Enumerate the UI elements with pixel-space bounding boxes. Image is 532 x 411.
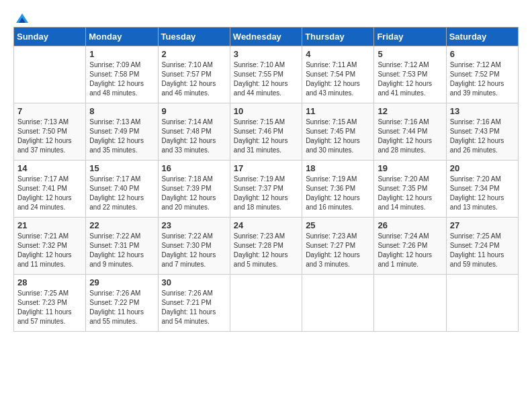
day-number: 14 bbox=[17, 163, 82, 173]
day-number: 29 bbox=[89, 277, 154, 287]
calendar-week-row: 14Sunrise: 7:17 AM Sunset: 7:41 PM Dayli… bbox=[14, 161, 519, 218]
calendar-week-row: 7Sunrise: 7:13 AM Sunset: 7:50 PM Daylig… bbox=[14, 103, 519, 161]
day-info: Sunrise: 7:26 AM Sunset: 7:22 PM Dayligh… bbox=[89, 289, 154, 326]
day-info: Sunrise: 7:12 AM Sunset: 7:52 PM Dayligh… bbox=[450, 60, 515, 98]
day-number: 21 bbox=[17, 220, 82, 230]
day-info: Sunrise: 7:25 AM Sunset: 7:23 PM Dayligh… bbox=[17, 289, 82, 326]
day-number: 3 bbox=[234, 49, 298, 59]
calendar-day-cell: 12Sunrise: 7:16 AM Sunset: 7:44 PM Dayli… bbox=[374, 103, 446, 161]
calendar-header: SundayMondayTuesdayWednesdayThursdayFrid… bbox=[14, 28, 519, 46]
day-info: Sunrise: 7:26 AM Sunset: 7:21 PM Dayligh… bbox=[162, 289, 226, 326]
calendar-day-cell: 15Sunrise: 7:17 AM Sunset: 7:40 PM Dayli… bbox=[86, 161, 158, 218]
day-info: Sunrise: 7:20 AM Sunset: 7:35 PM Dayligh… bbox=[378, 175, 442, 212]
calendar-day-cell: 21Sunrise: 7:21 AM Sunset: 7:32 PM Dayli… bbox=[14, 218, 86, 275]
day-number: 15 bbox=[89, 163, 154, 173]
calendar-day-cell: 6Sunrise: 7:12 AM Sunset: 7:52 PM Daylig… bbox=[446, 46, 518, 103]
calendar-day-cell: 30Sunrise: 7:26 AM Sunset: 7:21 PM Dayli… bbox=[158, 275, 230, 332]
calendar-day-cell: 16Sunrise: 7:18 AM Sunset: 7:39 PM Dayli… bbox=[158, 161, 230, 218]
calendar-day-cell: 5Sunrise: 7:12 AM Sunset: 7:53 PM Daylig… bbox=[374, 46, 446, 103]
calendar-table: SundayMondayTuesdayWednesdayThursdayFrid… bbox=[13, 27, 519, 332]
day-number: 12 bbox=[378, 106, 442, 116]
calendar-day-cell: 22Sunrise: 7:22 AM Sunset: 7:31 PM Dayli… bbox=[86, 218, 158, 275]
day-number: 10 bbox=[234, 106, 298, 116]
day-info: Sunrise: 7:22 AM Sunset: 7:30 PM Dayligh… bbox=[162, 232, 226, 269]
day-info: Sunrise: 7:10 AM Sunset: 7:55 PM Dayligh… bbox=[234, 60, 298, 98]
day-number: 18 bbox=[306, 163, 370, 173]
day-number: 5 bbox=[378, 49, 442, 59]
day-number: 13 bbox=[450, 106, 515, 116]
day-number: 11 bbox=[306, 106, 370, 116]
calendar-day-cell: 14Sunrise: 7:17 AM Sunset: 7:41 PM Dayli… bbox=[14, 161, 86, 218]
calendar-day-cell: 10Sunrise: 7:15 AM Sunset: 7:46 PM Dayli… bbox=[230, 103, 302, 161]
calendar-day-cell: 24Sunrise: 7:23 AM Sunset: 7:28 PM Dayli… bbox=[230, 218, 302, 275]
day-info: Sunrise: 7:09 AM Sunset: 7:58 PM Dayligh… bbox=[89, 60, 154, 98]
day-number: 17 bbox=[234, 163, 298, 173]
calendar-day-cell bbox=[374, 275, 446, 332]
day-info: Sunrise: 7:20 AM Sunset: 7:34 PM Dayligh… bbox=[450, 175, 515, 212]
calendar-day-cell: 4Sunrise: 7:11 AM Sunset: 7:54 PM Daylig… bbox=[302, 46, 374, 103]
calendar-header-cell: Sunday bbox=[14, 28, 86, 46]
day-info: Sunrise: 7:10 AM Sunset: 7:57 PM Dayligh… bbox=[162, 60, 226, 98]
calendar-week-row: 1Sunrise: 7:09 AM Sunset: 7:58 PM Daylig… bbox=[14, 46, 519, 103]
calendar-header-cell: Wednesday bbox=[230, 28, 302, 46]
calendar-day-cell: 25Sunrise: 7:23 AM Sunset: 7:27 PM Dayli… bbox=[302, 218, 374, 275]
day-info: Sunrise: 7:25 AM Sunset: 7:24 PM Dayligh… bbox=[450, 232, 515, 269]
day-info: Sunrise: 7:17 AM Sunset: 7:41 PM Dayligh… bbox=[17, 175, 82, 212]
day-info: Sunrise: 7:23 AM Sunset: 7:27 PM Dayligh… bbox=[306, 232, 370, 269]
calendar-day-cell bbox=[302, 275, 374, 332]
calendar-day-cell: 2Sunrise: 7:10 AM Sunset: 7:57 PM Daylig… bbox=[158, 46, 230, 103]
calendar-day-cell: 27Sunrise: 7:25 AM Sunset: 7:24 PM Dayli… bbox=[446, 218, 518, 275]
day-info: Sunrise: 7:12 AM Sunset: 7:53 PM Dayligh… bbox=[378, 60, 442, 98]
calendar-header-cell: Thursday bbox=[302, 28, 374, 46]
day-number: 27 bbox=[450, 220, 515, 230]
page-header bbox=[13, 13, 519, 20]
day-number: 23 bbox=[162, 220, 226, 230]
calendar-day-cell: 28Sunrise: 7:25 AM Sunset: 7:23 PM Dayli… bbox=[14, 275, 86, 332]
calendar-day-cell bbox=[446, 275, 518, 332]
calendar-header-cell: Friday bbox=[374, 28, 446, 46]
day-info: Sunrise: 7:16 AM Sunset: 7:44 PM Dayligh… bbox=[378, 118, 442, 155]
day-number: 25 bbox=[306, 220, 370, 230]
day-number: 6 bbox=[450, 49, 515, 59]
day-number: 28 bbox=[17, 277, 82, 287]
calendar-day-cell: 23Sunrise: 7:22 AM Sunset: 7:30 PM Dayli… bbox=[158, 218, 230, 275]
day-info: Sunrise: 7:19 AM Sunset: 7:36 PM Dayligh… bbox=[306, 175, 370, 212]
calendar-day-cell: 8Sunrise: 7:13 AM Sunset: 7:49 PM Daylig… bbox=[86, 103, 158, 161]
day-info: Sunrise: 7:15 AM Sunset: 7:45 PM Dayligh… bbox=[306, 118, 370, 155]
calendar-day-cell: 18Sunrise: 7:19 AM Sunset: 7:36 PM Dayli… bbox=[302, 161, 374, 218]
day-info: Sunrise: 7:21 AM Sunset: 7:32 PM Dayligh… bbox=[17, 232, 82, 269]
day-info: Sunrise: 7:18 AM Sunset: 7:39 PM Dayligh… bbox=[162, 175, 226, 212]
calendar-header-cell: Saturday bbox=[446, 28, 518, 46]
day-info: Sunrise: 7:17 AM Sunset: 7:40 PM Dayligh… bbox=[89, 175, 154, 212]
day-info: Sunrise: 7:13 AM Sunset: 7:50 PM Dayligh… bbox=[17, 118, 82, 155]
calendar-header-cell: Monday bbox=[86, 28, 158, 46]
calendar-day-cell: 1Sunrise: 7:09 AM Sunset: 7:58 PM Daylig… bbox=[86, 46, 158, 103]
day-number: 26 bbox=[378, 220, 442, 230]
calendar-day-cell: 7Sunrise: 7:13 AM Sunset: 7:50 PM Daylig… bbox=[14, 103, 86, 161]
calendar-header-cell: Tuesday bbox=[158, 28, 230, 46]
calendar-day-cell: 11Sunrise: 7:15 AM Sunset: 7:45 PM Dayli… bbox=[302, 103, 374, 161]
day-info: Sunrise: 7:22 AM Sunset: 7:31 PM Dayligh… bbox=[89, 232, 154, 269]
calendar-header-row: SundayMondayTuesdayWednesdayThursdayFrid… bbox=[14, 28, 519, 46]
day-info: Sunrise: 7:13 AM Sunset: 7:49 PM Dayligh… bbox=[89, 118, 154, 155]
calendar-body: 1Sunrise: 7:09 AM Sunset: 7:58 PM Daylig… bbox=[14, 46, 519, 332]
calendar-day-cell: 13Sunrise: 7:16 AM Sunset: 7:43 PM Dayli… bbox=[446, 103, 518, 161]
calendar-day-cell: 29Sunrise: 7:26 AM Sunset: 7:22 PM Dayli… bbox=[86, 275, 158, 332]
calendar-day-cell: 3Sunrise: 7:10 AM Sunset: 7:55 PM Daylig… bbox=[230, 46, 302, 103]
calendar-day-cell: 17Sunrise: 7:19 AM Sunset: 7:37 PM Dayli… bbox=[230, 161, 302, 218]
day-number: 8 bbox=[89, 106, 154, 116]
day-info: Sunrise: 7:16 AM Sunset: 7:43 PM Dayligh… bbox=[450, 118, 515, 155]
logo bbox=[13, 13, 30, 20]
day-number: 1 bbox=[89, 49, 154, 59]
day-number: 30 bbox=[162, 277, 226, 287]
day-info: Sunrise: 7:24 AM Sunset: 7:26 PM Dayligh… bbox=[378, 232, 442, 269]
calendar-week-row: 21Sunrise: 7:21 AM Sunset: 7:32 PM Dayli… bbox=[14, 218, 519, 275]
day-number: 7 bbox=[17, 106, 82, 116]
day-number: 19 bbox=[378, 163, 442, 173]
calendar-day-cell: 20Sunrise: 7:20 AM Sunset: 7:34 PM Dayli… bbox=[446, 161, 518, 218]
day-number: 22 bbox=[89, 220, 154, 230]
day-number: 24 bbox=[234, 220, 298, 230]
day-info: Sunrise: 7:14 AM Sunset: 7:48 PM Dayligh… bbox=[162, 118, 226, 155]
day-number: 9 bbox=[162, 106, 226, 116]
day-info: Sunrise: 7:15 AM Sunset: 7:46 PM Dayligh… bbox=[234, 118, 298, 155]
